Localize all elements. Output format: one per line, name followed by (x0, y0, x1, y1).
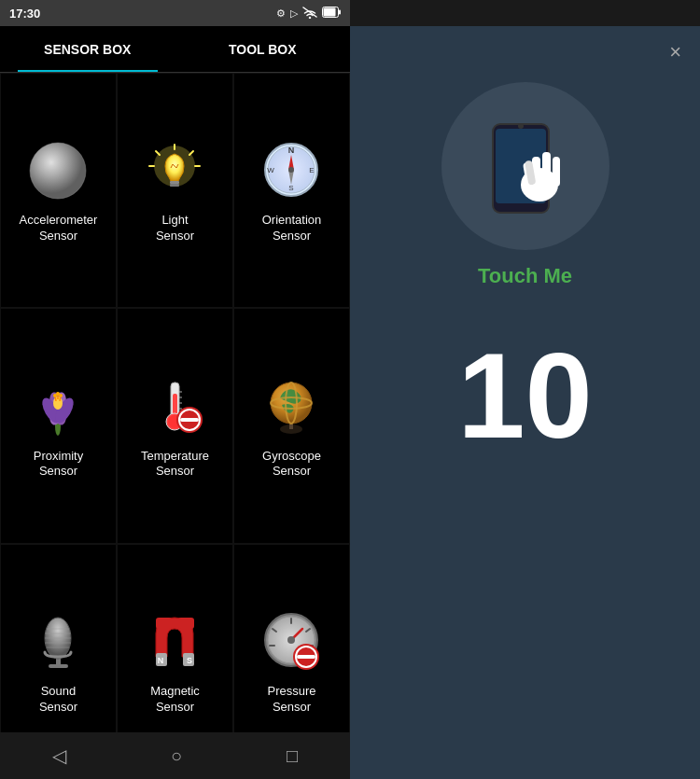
count-display: 10 (457, 335, 593, 456)
tab-tool-box[interactable]: TOOL BOX (175, 26, 351, 72)
left-panel: SENSOR BOX TOOL BOX (0, 26, 350, 779)
home-button[interactable]: ○ (171, 745, 182, 767)
svg-point-23 (288, 167, 294, 173)
svg-point-82 (518, 123, 524, 129)
svg-text:N: N (288, 146, 295, 155)
bottom-nav: ◁ ○ □ (0, 732, 350, 779)
svg-rect-9 (170, 184, 179, 187)
play-icon: ▷ (290, 7, 298, 20)
svg-text:S: S (288, 184, 293, 192)
magnetic-label: Magnetic Sensor (150, 684, 200, 716)
back-button[interactable]: ◁ (52, 744, 66, 767)
svg-rect-54 (49, 664, 68, 668)
sound-icon (25, 607, 92, 675)
sensor-item-orientation[interactable]: N S E W Orientation Sensor (233, 73, 350, 308)
orientation-label: Orientation Sensor (262, 213, 322, 244)
svg-rect-61 (156, 618, 172, 629)
svg-rect-3 (324, 8, 336, 17)
svg-rect-85 (542, 152, 551, 187)
sensor-item-gyroscope[interactable]: Gyroscope Sensor (233, 308, 350, 543)
accelerometer-label: Accelerometer Sensor (20, 213, 98, 244)
close-button[interactable]: × (669, 40, 681, 64)
svg-rect-86 (553, 157, 560, 187)
magnetic-icon: N S (142, 607, 209, 675)
settings-icon: ⚙ (276, 7, 286, 20)
accelerometer-icon (25, 136, 92, 203)
temperature-icon (142, 372, 209, 439)
status-icons: ⚙ ▷ (276, 6, 341, 21)
sensor-item-proximity[interactable]: Proximity Sensor (0, 308, 117, 543)
svg-text:S: S (187, 656, 192, 665)
temperature-label: Temperature Sensor (141, 449, 209, 480)
proximity-icon (25, 372, 92, 439)
wifi-icon (302, 6, 317, 21)
pressure-label: Pressure Sensor (267, 684, 315, 716)
svg-rect-62 (178, 618, 194, 629)
status-bar: 17:30 ⚙ ▷ (0, 0, 350, 26)
orientation-icon: N S E W (259, 136, 326, 203)
battery-icon (322, 7, 341, 20)
proximity-label: Proximity Sensor (34, 449, 83, 480)
touch-me-label: Touch Me (478, 264, 572, 288)
status-time: 17:30 (9, 7, 40, 21)
svg-text:W: W (267, 166, 274, 174)
right-panel: × (350, 26, 700, 779)
tab-sensor-box[interactable]: SENSOR BOX (0, 26, 175, 72)
svg-point-75 (287, 636, 295, 644)
sensor-item-temperature[interactable]: Temperature Sensor (117, 308, 233, 543)
svg-line-12 (189, 151, 193, 155)
touch-icon-container[interactable] (441, 82, 609, 250)
svg-text:E: E (309, 166, 314, 174)
gyroscope-label: Gyroscope Sensor (262, 449, 321, 480)
main-layout: SENSOR BOX TOOL BOX (0, 26, 700, 779)
svg-rect-4 (339, 10, 341, 15)
svg-point-5 (30, 143, 86, 199)
svg-point-35 (59, 394, 63, 397)
sound-label: Sound Sensor (39, 684, 77, 716)
light-sensor-label: Light Sensor (156, 213, 194, 244)
gyroscope-icon (259, 372, 326, 439)
tabs-container: SENSOR BOX TOOL BOX (0, 26, 350, 73)
svg-rect-8 (170, 181, 179, 184)
svg-line-11 (156, 151, 160, 155)
pressure-icon (259, 607, 326, 675)
sensor-grid: Accelerometer Sensor (0, 73, 350, 779)
sensor-item-accelerometer[interactable]: Accelerometer Sensor (0, 73, 117, 308)
light-sensor-icon (142, 136, 209, 203)
recent-button[interactable]: □ (287, 745, 298, 767)
svg-text:N: N (158, 656, 164, 665)
sensor-item-light[interactable]: Light Sensor (117, 73, 233, 308)
